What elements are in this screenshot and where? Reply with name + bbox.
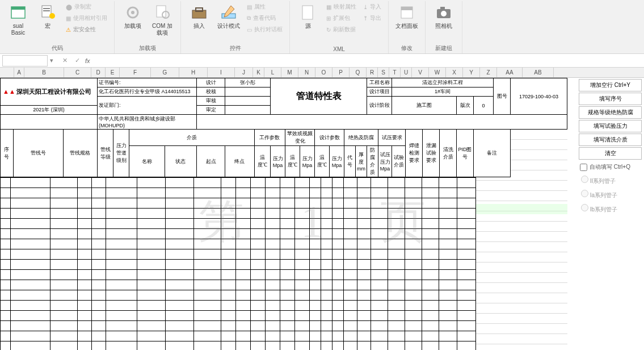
record-icon: ⬤ (66, 4, 72, 10)
table-row[interactable] (1, 229, 476, 239)
auto-fill-checkbox[interactable]: 自动填写 Ctrl+Q (576, 161, 644, 173)
table-row[interactable] (1, 331, 476, 341)
cancel-formula-button[interactable]: ✕ (59, 57, 70, 64)
table-row[interactable] (1, 260, 476, 270)
table-row[interactable] (1, 270, 476, 280)
col-header-P[interactable]: P (332, 68, 350, 77)
col-header-V[interactable]: V (412, 68, 429, 77)
col-header-E[interactable]: E (106, 68, 120, 77)
table-row[interactable] (1, 290, 476, 301)
table-row[interactable] (1, 280, 476, 290)
group-modify-label: 修改 (393, 43, 420, 53)
run-dialog-button[interactable]: ▭执行对话框 (245, 24, 285, 35)
namebox-dropdown-icon[interactable]: ▾ (50, 57, 53, 64)
table-title: 管道特性表 (271, 78, 367, 115)
col-header-F[interactable]: F (120, 68, 151, 77)
table-row[interactable] (1, 209, 476, 219)
xml-source-button[interactable]: 源 (294, 1, 322, 32)
accept-formula-button[interactable]: ✓ (71, 57, 83, 64)
drawing-number: 17029-100-40-03 (511, 78, 567, 115)
col-header-C[interactable]: C (64, 68, 91, 77)
col-header-L[interactable]: L (264, 68, 281, 77)
refresh-data-button[interactable]: ↻刷新数据 (324, 24, 359, 35)
col-header-K[interactable]: K (253, 68, 264, 77)
source-icon (299, 3, 317, 22)
formula-input[interactable] (94, 55, 644, 66)
clear-button[interactable]: 清空 (579, 147, 642, 160)
macro-security-button[interactable]: ⚠宏安全性 (64, 24, 110, 35)
col-header-A[interactable]: A (14, 68, 24, 77)
visual-basic-button[interactable]: sual Basic (5, 1, 32, 39)
col-header-O[interactable]: O (315, 68, 332, 77)
col-header-AA[interactable]: AA (497, 68, 523, 77)
col-header-R[interactable]: R (367, 68, 378, 77)
fill-grade-button[interactable]: 规格等级绝热防腐 (579, 106, 642, 119)
table-row[interactable] (1, 311, 476, 321)
table-row[interactable] (1, 239, 476, 249)
vb-label: sual Basic (6, 23, 31, 36)
table-row[interactable] (1, 321, 476, 331)
series-ib-item[interactable]: Ib系列管子 (576, 202, 644, 216)
col-header-I[interactable]: I (208, 68, 235, 77)
expand-pack-button[interactable]: ⊞扩展包 (324, 13, 359, 24)
col-header-AB[interactable]: AB (523, 68, 554, 77)
col-header-G[interactable]: G (151, 68, 179, 77)
macro-button[interactable]: 宏 (34, 1, 61, 32)
table-row[interactable] (1, 178, 476, 188)
table-row[interactable] (1, 188, 476, 198)
col-header-Y[interactable]: Y (463, 68, 480, 77)
record-macro-button[interactable]: ⬤录制宏 (64, 1, 110, 13)
col-header-M[interactable]: M (281, 68, 298, 77)
table-row[interactable] (1, 219, 476, 229)
properties-button[interactable]: ▤属性 (245, 1, 285, 13)
fill-test-press-button[interactable]: 填写试验压力 (579, 120, 642, 132)
table-row[interactable] (1, 249, 476, 260)
addins-button[interactable]: 加载项 (119, 1, 146, 32)
map-props-button[interactable]: ▦映射属性 (324, 1, 359, 13)
table-row[interactable] (1, 301, 476, 311)
select-all-corner[interactable] (0, 68, 14, 77)
fx-label[interactable]: fx (85, 57, 90, 64)
gear-icon (124, 3, 142, 22)
design-mode-button[interactable]: 设计模式 (215, 1, 242, 32)
col-header-Q[interactable]: Q (350, 68, 367, 77)
fill-seq-button[interactable]: 填写序号 (579, 93, 642, 105)
column-headers: ABCDEFGHIJKLMNOPQRSTUVWXYZAAAB (0, 68, 644, 78)
camera-icon (435, 3, 453, 22)
doc-panel-icon (398, 3, 416, 22)
view-code-button[interactable]: ⧉查看代码 (245, 13, 285, 24)
svg-rect-3 (43, 8, 50, 9)
macro-label: 宏 (45, 23, 50, 30)
col-header-J[interactable]: J (235, 68, 253, 77)
col-header-U[interactable]: U (401, 68, 412, 77)
col-header-Z[interactable]: Z (480, 68, 497, 77)
col-header-N[interactable]: N (298, 68, 315, 77)
table-row[interactable] (1, 198, 476, 209)
refresh-icon: ↻ (326, 27, 331, 33)
relative-ref-button[interactable]: ▦使用相对引用 (64, 13, 110, 24)
series-ii-item[interactable]: II系列管子 (576, 173, 644, 188)
series-ia-item[interactable]: Ia系列管子 (576, 188, 644, 202)
svg-rect-13 (302, 6, 313, 19)
export-button[interactable]: ⤒导出 (361, 13, 384, 24)
com-addins-button[interactable]: COM 加载项 (149, 1, 176, 39)
toolbox-icon (190, 3, 208, 22)
col-header-S[interactable]: S (378, 68, 389, 77)
col-header-H[interactable]: H (179, 68, 208, 77)
table-row[interactable] (1, 341, 476, 351)
doc-panel-button[interactable]: 文档面板 (393, 1, 420, 32)
fill-clean-button[interactable]: 填写清洗介质 (579, 134, 642, 146)
insert-button[interactable]: 插入 (186, 1, 213, 32)
dialog-icon: ▭ (247, 27, 252, 33)
camera-button[interactable]: 照相机 (430, 1, 457, 32)
group-code-label: 代码 (5, 43, 110, 53)
add-row-button[interactable]: 增加空行 Ctrl+Y (579, 79, 642, 91)
import-button[interactable]: ⤓导入 (361, 1, 384, 13)
col-header-D[interactable]: D (91, 68, 106, 77)
col-header-T[interactable]: T (389, 68, 401, 77)
col-header-X[interactable]: X (446, 68, 463, 77)
col-header-W[interactable]: W (429, 68, 446, 77)
name-box[interactable] (2, 55, 48, 66)
characteristic-table: ▲▲深圳天阳工程设计有限公司 证书编号: 设计 张小彤 管道特性表 工程名称 清… (0, 78, 567, 350)
col-header-B[interactable]: B (24, 68, 64, 77)
